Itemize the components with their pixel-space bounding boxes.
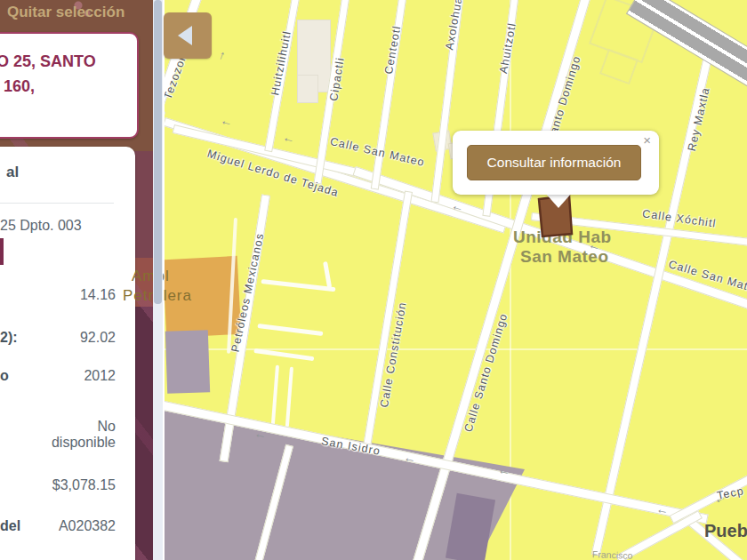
- street-stub: [323, 261, 332, 288]
- street-stub: [261, 279, 335, 292]
- street-label-ahuitzotl: Ahuitzotl: [497, 21, 518, 74]
- street-hairpin: [285, 367, 293, 428]
- area-label-san-mateo: San Mateo: [520, 247, 609, 267]
- one-way-arrow-icon: ←: [403, 450, 418, 466]
- field-label: del: [0, 518, 20, 534]
- map-popup: × Consultar información: [453, 131, 659, 195]
- property-address-line2: 160,: [4, 77, 35, 96]
- field-value: 2012: [34, 368, 116, 384]
- sidebar-scrollbar-track[interactable]: [153, 0, 163, 560]
- street-tecpatl: [670, 475, 747, 524]
- field-label: 2):: [0, 330, 18, 346]
- info-card-header: al: [6, 164, 19, 181]
- field-value: 92.02: [34, 330, 116, 346]
- field-value: A020382: [34, 518, 116, 534]
- one-way-arrow-icon: ←: [253, 426, 269, 442]
- field-label: o: [0, 368, 9, 384]
- account-number: 25 Dpto. 003: [0, 218, 82, 234]
- close-icon[interactable]: ×: [643, 132, 651, 148]
- one-way-arrow-icon: →: [211, 47, 229, 64]
- one-way-arrow-icon: ←: [219, 112, 235, 129]
- clear-selection-button[interactable]: Quitar selección: [7, 4, 124, 21]
- one-way-arrow-icon: ←: [497, 462, 512, 478]
- property-address-line1: O 25, SANTO: [0, 52, 96, 71]
- building-block: [297, 75, 318, 103]
- graticule-line: [165, 348, 747, 350]
- field-value: 14.16: [34, 287, 116, 303]
- street-hairpin: [271, 365, 279, 426]
- chevron-left-icon: [178, 26, 192, 45]
- popup-pointer: [545, 193, 572, 208]
- field-value: No disponible: [43, 419, 116, 451]
- area-label-pueblo: Pueblo: [704, 521, 747, 541]
- selected-property-card: O 25, SANTO 160,: [0, 32, 139, 139]
- app-window: Quitar selección O 25, SANTO 160, al 25 …: [0, 0, 747, 560]
- map-canvas[interactable]: ← ← ← ← ← ← ← ← ← → Tezozomoc Huitzilihu…: [163, 0, 747, 560]
- street-stub: [253, 348, 314, 361]
- land-block-purple: [165, 330, 210, 394]
- area-label-francisco: Francisco: [592, 548, 633, 560]
- property-info-card: al 25 Dpto. 003 2): o del 14.16 92.02 20…: [0, 147, 135, 560]
- street-label-centeotl: Centeotl: [382, 25, 403, 76]
- street-label-huitzilihuitl: Huitzilihuitl: [269, 29, 293, 96]
- legend-color-swatch: [0, 238, 4, 265]
- consultar-informacion-button[interactable]: Consultar información: [467, 145, 641, 180]
- sidebar-scrollbar-thumb[interactable]: [154, 0, 162, 304]
- collapse-panel-button[interactable]: [164, 12, 212, 59]
- one-way-arrow-icon: ←: [281, 129, 297, 146]
- divider: [0, 203, 114, 204]
- street-label-tecpatl: Tecp: [716, 484, 745, 502]
- field-value: $3,078.15: [34, 477, 116, 493]
- street-stub: [257, 324, 323, 336]
- one-way-arrow-icon: ←: [655, 501, 671, 517]
- street-label-axolohua: Axolohua: [443, 0, 464, 51]
